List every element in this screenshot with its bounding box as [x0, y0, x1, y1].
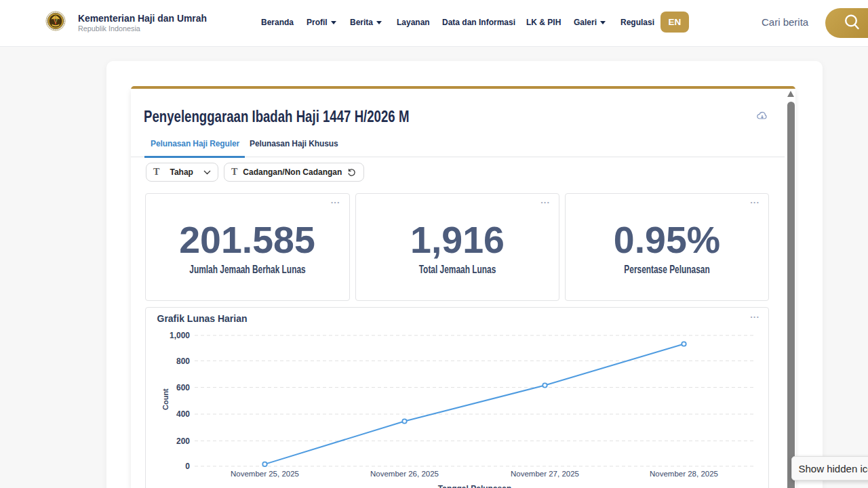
- svg-text:600: 600: [176, 382, 189, 392]
- svg-text:Tanggal Pelunasan: Tanggal Pelunasan: [437, 483, 511, 488]
- svg-text:November 28, 2025: November 28, 2025: [649, 470, 717, 478]
- svg-text:0: 0: [185, 462, 190, 471]
- svg-text:November 25, 2025: November 25, 2025: [230, 470, 298, 478]
- svg-text:200: 200: [176, 436, 189, 445]
- svg-text:1,000: 1,000: [169, 331, 189, 340]
- svg-text:800: 800: [176, 356, 189, 365]
- svg-text:November 26, 2025: November 26, 2025: [370, 470, 438, 478]
- svg-text:November 27, 2025: November 27, 2025: [510, 470, 578, 478]
- svg-text:Count: Count: [161, 388, 170, 409]
- svg-text:400: 400: [176, 409, 189, 419]
